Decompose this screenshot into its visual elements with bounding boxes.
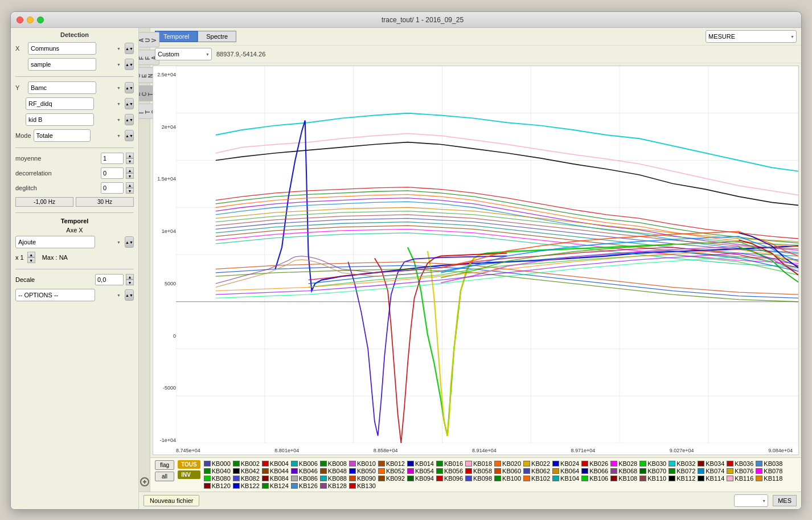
- flag-button[interactable]: flag: [155, 460, 174, 470]
- options-arrow[interactable]: ▲▼: [125, 289, 134, 301]
- legend-item[interactable]: KB064: [552, 468, 579, 474]
- legend-item[interactable]: KB040: [204, 468, 231, 474]
- legend-item[interactable]: KB096: [436, 475, 463, 482]
- legend-item[interactable]: KB020: [494, 460, 521, 467]
- legend-item[interactable]: KB078: [756, 468, 782, 474]
- legend-item[interactable]: KB030: [639, 460, 666, 467]
- legend-item[interactable]: KB128: [320, 482, 347, 489]
- legend-item[interactable]: KB008: [320, 460, 347, 467]
- mode-dropdown[interactable]: Totale: [34, 129, 91, 142]
- legend-item[interactable]: KB014: [407, 460, 434, 467]
- x1-down[interactable]: ▼: [27, 257, 35, 263]
- custom-range-select[interactable]: Custom: [155, 48, 212, 60]
- new-file-button[interactable]: Nouveau fichier: [143, 495, 199, 506]
- legend-item[interactable]: KB104: [552, 475, 579, 482]
- legend-item[interactable]: KB026: [581, 460, 608, 467]
- legend-item[interactable]: KB072: [669, 468, 695, 474]
- tous-badge[interactable]: TOUS: [178, 460, 200, 469]
- legend-item[interactable]: KB092: [378, 475, 405, 482]
- x-communs-dropdown[interactable]: Communs: [28, 42, 96, 55]
- legend-item[interactable]: KB126: [291, 482, 318, 489]
- legend-item[interactable]: KB022: [523, 460, 550, 467]
- legend-item[interactable]: KB016: [436, 460, 463, 467]
- deglitch-down[interactable]: ▼: [126, 188, 134, 194]
- y-bamc-dropdown[interactable]: Bamc: [28, 81, 96, 94]
- legend-item[interactable]: KB068: [610, 468, 637, 474]
- inv-badge[interactable]: INV: [178, 470, 200, 479]
- legend-item[interactable]: KB090: [349, 475, 376, 482]
- decale-down[interactable]: ▼: [126, 280, 134, 285]
- legend-item[interactable]: KB038: [756, 460, 782, 467]
- legend-item[interactable]: KB102: [523, 475, 550, 482]
- legend-item[interactable]: KB050: [349, 468, 376, 474]
- legend-item[interactable]: KB098: [465, 475, 492, 482]
- legend-item[interactable]: KB042: [233, 468, 260, 474]
- legend-item[interactable]: KB120: [204, 482, 231, 489]
- custom-dropdown[interactable]: Custom: [155, 48, 212, 60]
- bottom-dropdown[interactable]: [734, 494, 768, 507]
- x-communs-arrow[interactable]: ▲▼: [125, 43, 134, 54]
- mesure-dropdown[interactable]: MESURE: [706, 30, 797, 43]
- legend-item[interactable]: KB074: [698, 468, 724, 474]
- mes-button[interactable]: MES: [773, 495, 797, 506]
- spectre-tab-btn[interactable]: Spectre: [198, 31, 236, 42]
- x-sample-dropdown[interactable]: sample: [28, 58, 96, 71]
- freq-high-btn[interactable]: 30 Hz: [76, 197, 134, 207]
- y-kidb-dropdown[interactable]: kid B: [26, 113, 94, 126]
- legend-item[interactable]: KB044: [262, 468, 289, 474]
- y-sub2-arrow[interactable]: ▲▼: [125, 114, 134, 125]
- x-sample-select[interactable]: sample: [28, 58, 123, 71]
- legend-item[interactable]: KB004: [262, 460, 289, 467]
- x-sample-arrow[interactable]: ▲▼: [125, 59, 134, 70]
- legend-item[interactable]: KB086: [291, 475, 318, 482]
- target-icon[interactable]: [139, 475, 151, 489]
- moyenne-up[interactable]: ▲: [126, 153, 134, 158]
- legend-item[interactable]: KB010: [349, 460, 376, 467]
- x1-spinner[interactable]: ▲ ▼: [27, 252, 35, 263]
- x-communs-select[interactable]: Communs: [28, 42, 123, 55]
- ajoute-select[interactable]: Ajoute: [15, 236, 123, 248]
- legend-item[interactable]: KB106: [581, 475, 608, 482]
- legend-item[interactable]: KB028: [610, 460, 637, 467]
- minimize-button[interactable]: [27, 17, 34, 23]
- legend-item[interactable]: KB130: [349, 482, 376, 489]
- y-rfdidq-dropdown[interactable]: RF_didq: [26, 97, 94, 110]
- legend-item[interactable]: KB116: [727, 475, 753, 482]
- moyenne-input[interactable]: 1: [101, 153, 124, 164]
- maximize-button[interactable]: [37, 17, 44, 23]
- bottom-select-container[interactable]: [734, 494, 768, 507]
- legend-item[interactable]: KB036: [727, 460, 753, 467]
- legend-item[interactable]: KB034: [698, 460, 724, 467]
- legend-item[interactable]: KB046: [291, 468, 318, 474]
- close-button[interactable]: [17, 17, 23, 23]
- y-bamc-select[interactable]: Bamc: [28, 81, 123, 94]
- decorrelation-up[interactable]: ▲: [126, 167, 134, 173]
- temporel-tab-btn[interactable]: Temporel: [155, 31, 198, 42]
- deglitch-input[interactable]: [101, 182, 124, 194]
- legend-item[interactable]: KB060: [494, 468, 521, 474]
- legend-item[interactable]: KB058: [465, 468, 492, 474]
- legend-item[interactable]: KB012: [378, 460, 405, 467]
- decorrelation-spinner[interactable]: ▲ ▼: [126, 167, 134, 179]
- decale-spinner[interactable]: ▲ ▼: [126, 274, 134, 285]
- legend-item[interactable]: KB112: [669, 475, 695, 482]
- legend-item[interactable]: KB070: [639, 468, 666, 474]
- decorrelation-input[interactable]: [101, 167, 124, 179]
- legend-item[interactable]: KB114: [698, 475, 724, 482]
- mesure-select-container[interactable]: MESURE: [706, 30, 797, 43]
- legend-item[interactable]: KB100: [494, 475, 521, 482]
- legend-item[interactable]: KB082: [233, 475, 260, 482]
- freq-low-btn[interactable]: -1,00 Hz: [15, 197, 73, 207]
- x1-up[interactable]: ▲: [27, 252, 35, 257]
- legend-item[interactable]: KB024: [552, 460, 579, 467]
- legend-item[interactable]: KB080: [204, 475, 231, 482]
- legend-item[interactable]: KB124: [262, 482, 289, 489]
- legend-item[interactable]: KB062: [523, 468, 550, 474]
- legend-item[interactable]: KB032: [669, 460, 695, 467]
- legend-item[interactable]: KB018: [465, 460, 492, 467]
- deglitch-up[interactable]: ▲: [126, 182, 134, 188]
- legend-item[interactable]: KB052: [378, 468, 405, 474]
- legend-item[interactable]: KB000: [204, 460, 231, 467]
- y-kidb-select[interactable]: kid B: [26, 113, 123, 126]
- legend-item[interactable]: KB006: [291, 460, 318, 467]
